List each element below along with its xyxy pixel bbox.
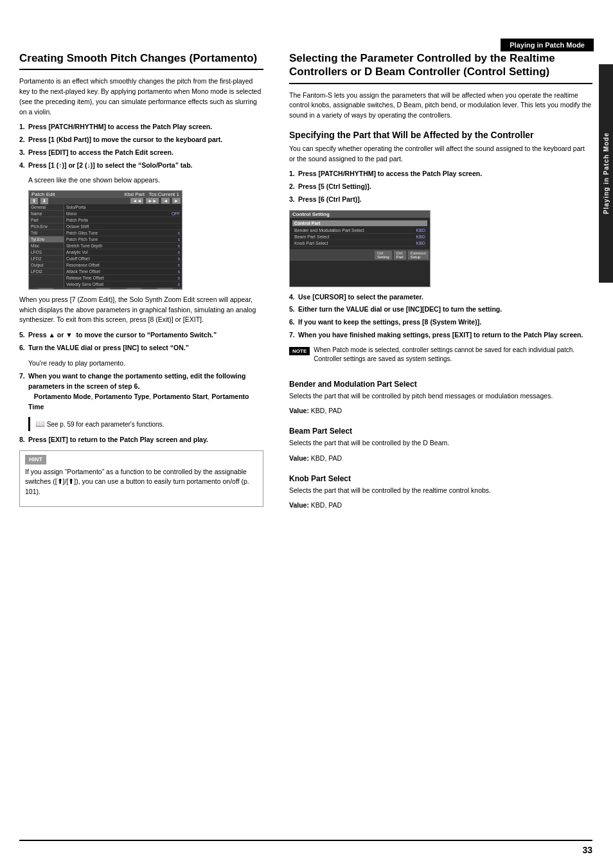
- hint-label: HINT: [25, 455, 46, 465]
- feature-desc-bender: Selects the part that will be controlled…: [289, 391, 592, 402]
- left-intro: Portamento is an effect which smoothly c…: [19, 76, 263, 117]
- screen-top-bar: Patch Edit Kbd Part Tcs:Current 1: [29, 191, 182, 198]
- ctrl-screen-title: Control Setting: [290, 211, 430, 218]
- feature-title-knob: Knob Part Select: [289, 474, 592, 483]
- right-section-title: Selecting the Parameter Controlled by th…: [289, 51, 592, 84]
- step-8: 8. Press [EXIT] to return to the Patch P…: [19, 435, 263, 445]
- ref-box: 📖 See p. 59 for each parameter's functio…: [28, 417, 263, 431]
- screen-right-panel: Solo/Porta MonoOFF Patch Porta Octave Sh…: [64, 204, 182, 288]
- step6-sub: You're ready to play portamento.: [19, 359, 263, 368]
- steps-list-2: 5. Press ▲ or ▼ to move the cursor to “P…: [19, 330, 263, 353]
- feature-desc-beam: Selects the part that will be controlled…: [289, 438, 592, 448]
- screen-bottom-bar: ZoomEdit Out ToneApp PartSelect ToneSetu…: [29, 288, 182, 290]
- note-text: When Patch mode is selected, controller …: [314, 346, 592, 364]
- subsection-title: Specifying the Part that Will be Affecte…: [289, 130, 592, 140]
- right-step-5: 5. Either turn the VALUE dial or use [IN…: [289, 305, 592, 315]
- hint-box: HINT If you assign “Portamento” as a fun…: [19, 450, 263, 507]
- screen-left-panel: General Name Part Ptch.Env Trill Tyl.Env…: [29, 204, 64, 288]
- right-step-4: 4. Use [CURSOR] to select the parameter.: [289, 292, 592, 303]
- step-4: 4. Press [1 (↑)] or [2 (↓)] to select th…: [19, 161, 263, 171]
- page-container: Playing in Patch Mode Playing in Patch M…: [0, 0, 613, 868]
- side-tab: Playing in Patch Mode: [599, 64, 613, 283]
- steps-list-1: 1. Press [PATCH/RHYTHM] to access the Pa…: [19, 122, 263, 170]
- hint-text: If you assign “Portamento” as a function…: [25, 467, 258, 497]
- right-steps-2: 4. Use [CURSOR] to select the parameter.…: [289, 292, 592, 341]
- steps-list-3: 7. When you want to change the portament…: [19, 371, 263, 412]
- right-step-1: 1. Press [PATCH/RHYTHM] to access the Pa…: [289, 169, 592, 179]
- control-setting-screen: Control Setting Control Part Bender and …: [289, 210, 431, 287]
- ctrl-row-1: Bender and Modulation Part Select KBD: [292, 227, 427, 234]
- ctrl-row-3: Knob Part Select KBD: [292, 240, 427, 247]
- ctrl-row-2: Beam Part Select KBD: [292, 234, 427, 240]
- steps-list-4: 8. Press [EXIT] to return to the Patch P…: [19, 435, 263, 445]
- feature-title-bender: Bender and Modulation Part Select: [289, 380, 592, 389]
- ctrl-screen-bottom: CtrlSetting CtrlPart CommonSetup: [290, 249, 430, 261]
- step4-sub: A screen like the one shown below appear…: [19, 175, 263, 185]
- feature-value-knob: Value: KBD, PAD: [289, 500, 592, 511]
- step-2: 2. Press [1 (Kbd Part)] to move the curs…: [19, 135, 263, 145]
- right-step-2: 2. Press [5 (Ctrl Setting)].: [289, 182, 592, 192]
- right-column: Selecting the Parameter Controlled by th…: [283, 51, 592, 836]
- right-intro: The Fantom-S lets you assign the paramet…: [289, 91, 592, 121]
- screen-toolbar: ⬆ ⬇ ◄◄ ►► ◄ ►: [29, 198, 182, 204]
- screen-body: General Name Part Ptch.Env Trill Tyl.Env…: [29, 204, 182, 288]
- left-section-title: Creating Smooth Pitch Changes (Portament…: [19, 51, 263, 70]
- feature-title-beam: Beam Part Select: [289, 427, 592, 436]
- step-6: 6. Turn the VALUE dial or press [INC] to…: [19, 343, 263, 353]
- step-3: 3. Press [EDIT] to access the Patch Edit…: [19, 148, 263, 158]
- feature-value-beam: Value: KBD, PAD: [289, 454, 592, 464]
- step-1: 1. Press [PATCH/RHYTHM] to access the Pa…: [19, 122, 263, 132]
- step-5: 5. Press ▲ or ▼ to move the cursor to “P…: [19, 330, 263, 341]
- right-step-3: 3. Press [6 (Ctrl Part)].: [289, 195, 592, 205]
- page-number: 33: [582, 845, 592, 855]
- after-screen-text: When you press [7 (Zoom Edit)], the Solo…: [19, 295, 263, 325]
- footer: 33: [19, 840, 592, 855]
- ref-icon: 📖: [35, 420, 45, 429]
- header-bar: Playing in Patch Mode: [501, 39, 594, 51]
- right-steps-1: 1. Press [PATCH/RHYTHM] to access the Pa…: [289, 169, 592, 204]
- note-label: NOTE: [289, 347, 310, 355]
- left-column: Creating Smooth Pitch Changes (Portament…: [19, 51, 270, 836]
- header-title: Playing in Patch Mode: [510, 41, 585, 49]
- ref-text: See p. 59 for each parameter's functions…: [47, 421, 164, 428]
- ctrl-screen-body: Control Part Bender and Modulation Part …: [290, 218, 430, 249]
- right-step-6: 6. If you want to keep the settings, pre…: [289, 317, 592, 328]
- content-area: Creating Smooth Pitch Changes (Portament…: [19, 51, 592, 836]
- subsection-intro: You can specify whether operating the co…: [289, 144, 592, 164]
- right-step-7: 7. When you have finished making setting…: [289, 330, 592, 341]
- feature-value-bender: Value: KBD, PAD: [289, 406, 592, 416]
- patch-edit-screen: Patch Edit Kbd Part Tcs:Current 1 ⬆ ⬇ ◄◄…: [28, 190, 182, 290]
- note-box: NOTE When Patch mode is selected, contro…: [289, 346, 592, 369]
- step-7: 7. When you want to change the portament…: [19, 371, 263, 412]
- side-tab-label: Playing in Patch Mode: [603, 132, 610, 214]
- feature-desc-knob: Selects the part that will be controlled…: [289, 486, 592, 496]
- ctrl-screen-section: Control Part: [292, 220, 427, 226]
